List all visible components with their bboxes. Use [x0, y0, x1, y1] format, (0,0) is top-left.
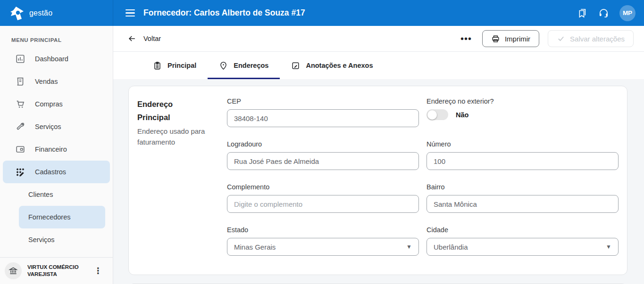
page-title: Fornecedor: Carlos Alberto de Souza #17 [143, 8, 576, 18]
sidebar-item-cadastros[interactable]: Cadastros [3, 161, 110, 183]
exterior-field: Endereço no exterior? Não [427, 97, 619, 127]
exterior-toggle[interactable] [427, 109, 448, 120]
main-area: Voltar ••• Imprimir [113, 26, 644, 284]
logradouro-field: Logradouro [227, 140, 419, 170]
sidebar-subitem-fornecedores[interactable]: Fornecedores [19, 206, 105, 228]
address-section-subtitle: Endereço usado para faturamento [137, 126, 218, 147]
complemento-label: Complemento [227, 183, 419, 191]
check-icon [557, 34, 565, 43]
address-section-title: Endereço Principal [137, 97, 218, 124]
record-toolbar: Voltar ••• Imprimir [113, 26, 644, 52]
cep-field: CEP [227, 97, 419, 127]
receipt-icon [15, 76, 25, 87]
sidebar-subitem-servicos[interactable]: Serviços [19, 228, 105, 251]
bairro-input[interactable] [427, 195, 619, 213]
brand-logo-icon [9, 5, 25, 22]
location-pin-icon [219, 61, 228, 70]
complemento-field: Complemento [227, 183, 419, 213]
sidebar-item-compras[interactable]: Compras [3, 93, 110, 115]
content-scroll-area: Endereço Principal Endereço usado para f… [113, 79, 644, 284]
dashboard-icon [15, 54, 25, 64]
sidebar-nav: Dashboard Vendas [0, 48, 113, 257]
support-headset-icon[interactable] [598, 8, 609, 19]
address-section-header: Endereço Principal Endereço usado para f… [137, 97, 218, 256]
cidade-field: Cidade Uberlândia ▼ [427, 226, 619, 256]
chevron-down-icon: ▼ [606, 243, 611, 250]
more-options-icon[interactable]: ••• [459, 34, 474, 43]
estado-select[interactable]: Minas Gerais ▼ [227, 238, 419, 256]
organization-footer[interactable]: VIRTUX COMÉRCIO VAREJISTA ⋮ [0, 257, 113, 284]
complemento-input[interactable] [227, 195, 419, 213]
address-form: CEP Endereço no exterior? Não Logradouro [227, 97, 619, 256]
sidebar-item-servicos[interactable]: Serviços [3, 115, 110, 138]
sidebar-subitem-clientes[interactable]: Clientes [19, 183, 105, 206]
topbar-actions: MP [576, 5, 636, 21]
app-window: gestão Fornecedor: Carlos Alberto de Sou… [0, 0, 644, 284]
wrench-icon [15, 122, 25, 132]
logradouro-label: Logradouro [227, 140, 419, 148]
back-button[interactable]: Voltar [127, 34, 161, 43]
sidebar: MENU PRINCIPAL Dashboard [0, 26, 113, 284]
print-button[interactable]: Imprimir [482, 30, 539, 47]
bookmarks-icon[interactable] [576, 8, 587, 19]
cart-icon [15, 99, 25, 109]
bank-building-icon [8, 266, 18, 276]
estado-label: Estado [227, 226, 419, 234]
note-edit-icon [291, 61, 300, 70]
bairro-label: Bairro [427, 183, 619, 191]
cep-label: CEP [227, 97, 419, 105]
wallet-icon [15, 144, 25, 154]
toolbar-actions: ••• Imprimir [459, 30, 634, 47]
bairro-field: Bairro [427, 183, 619, 213]
save-button[interactable]: Salvar alterações [548, 30, 634, 47]
estado-field: Estado Minas Gerais ▼ [227, 226, 419, 256]
top-app-bar: Fornecedor: Carlos Alberto de Souza #17 … [113, 0, 644, 26]
sidebar-item-dashboard[interactable]: Dashboard [3, 48, 110, 70]
cidade-select[interactable]: Uberlândia ▼ [427, 238, 619, 256]
kebab-menu-icon[interactable]: ⋮ [90, 264, 106, 278]
chevron-down-icon: ▼ [406, 243, 412, 250]
numero-input[interactable] [427, 152, 619, 170]
brand-logo-text: gestão [29, 9, 52, 17]
sidebar-item-financeiro[interactable]: Financeiro [3, 138, 110, 161]
tab-anotacoes-anexos[interactable]: Anotações e Anexos [280, 52, 384, 79]
numero-label: Número [427, 140, 619, 148]
tab-principal[interactable]: Principal [142, 52, 208, 79]
sidebar-item-vendas[interactable]: Vendas [3, 70, 110, 93]
tab-enderecos[interactable]: Endereços [208, 52, 280, 79]
cep-input[interactable] [227, 109, 419, 127]
hamburger-menu-icon[interactable] [125, 9, 135, 17]
cidade-label: Cidade [427, 226, 619, 234]
tabs-bar: Principal Endereços Anot [113, 52, 644, 79]
address-card: Endereço Principal Endereço usado para f… [128, 86, 627, 275]
exterior-toggle-value: Não [456, 111, 468, 119]
back-arrow-icon [127, 34, 137, 43]
app-registration-icon [15, 167, 25, 177]
exterior-label: Endereço no exterior? [427, 97, 619, 105]
numero-field: Número [427, 140, 619, 170]
sidebar-section-label: MENU PRINCIPAL [0, 26, 113, 48]
organization-name: VIRTUX COMÉRCIO VAREJISTA [27, 264, 84, 278]
organization-avatar [5, 262, 22, 279]
user-avatar[interactable]: MP [619, 5, 636, 21]
clipboard-icon [153, 61, 162, 70]
printer-icon [491, 34, 500, 43]
logo-area: gestão [0, 0, 113, 26]
logradouro-input[interactable] [227, 152, 419, 170]
